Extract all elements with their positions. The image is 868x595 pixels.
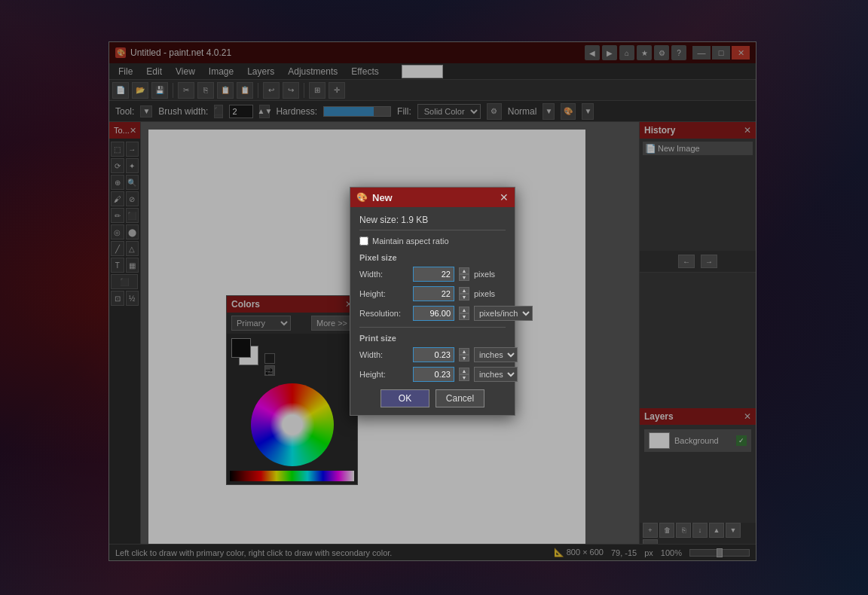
print-width-unit[interactable]: inches cm (474, 347, 518, 362)
print-height-row: Height: ▲ ▼ inches cm (359, 367, 506, 382)
maintain-aspect-label: Maintain aspect ratio (372, 236, 449, 246)
print-height-down[interactable]: ▼ (459, 374, 469, 381)
dialog-close-btn[interactable]: ✕ (500, 192, 509, 203)
dialog-overlay: 🎨 New ✕ New size: 1.9 KB Maintain aspect… (109, 42, 756, 560)
dialog-icon: 🎨 (356, 192, 368, 203)
pixel-width-label: Width: (359, 270, 408, 279)
dialog-ok-button[interactable]: OK (381, 389, 429, 407)
print-height-spinner: ▲ ▼ (459, 368, 469, 381)
pixel-height-row: Height: ▲ ▼ pixels (359, 286, 506, 301)
app-window: 🎨 Untitled - paint.net 4.0.21 ◀ ▶ ⌂ ★ ⚙ … (108, 41, 756, 561)
pixel-height-up[interactable]: ▲ (459, 287, 469, 294)
pixel-height-unit: pixels (474, 289, 495, 298)
resolution-spinner: ▲ ▼ (459, 307, 469, 320)
dialog-buttons: OK Cancel (359, 389, 506, 407)
print-height-unit[interactable]: inches cm (474, 367, 518, 382)
print-width-row: Width: ▲ ▼ inches cm (359, 347, 506, 362)
print-width-spinner: ▲ ▼ (459, 348, 469, 362)
pixel-width-input[interactable] (413, 267, 454, 282)
print-height-up[interactable]: ▲ (459, 368, 469, 374)
dialog-title-left: 🎨 New (356, 192, 393, 203)
pixel-width-up[interactable]: ▲ (459, 267, 469, 274)
resolution-up[interactable]: ▲ (459, 307, 469, 313)
dialog-title-bar: 🎨 New ✕ (350, 188, 515, 207)
print-height-label: Height: (359, 370, 408, 379)
pixel-width-unit: pixels (474, 270, 495, 279)
dialog-separator-1 (359, 327, 506, 328)
resolution-label: Resolution: (359, 309, 408, 318)
resolution-row: Resolution: ▲ ▼ pixels/inch pixels/cm (359, 306, 506, 321)
resolution-input[interactable] (413, 306, 454, 321)
print-size-label: Print size (359, 334, 506, 343)
dialog-cancel-button[interactable]: Cancel (436, 389, 484, 407)
print-width-down[interactable]: ▼ (459, 355, 469, 362)
new-dialog: 🎨 New ✕ New size: 1.9 KB Maintain aspect… (350, 187, 515, 416)
pixel-height-input[interactable] (413, 286, 454, 301)
print-width-label: Width: (359, 350, 408, 359)
pixel-height-spinner: ▲ ▼ (459, 287, 469, 301)
pixel-width-down[interactable]: ▼ (459, 274, 469, 281)
dialog-title-text: New (372, 192, 393, 203)
dialog-size-info: New size: 1.9 KB (359, 215, 506, 230)
pixel-height-label: Height: (359, 289, 408, 298)
print-width-up[interactable]: ▲ (459, 348, 469, 355)
dialog-body: New size: 1.9 KB Maintain aspect ratio P… (350, 207, 515, 415)
resolution-down[interactable]: ▼ (459, 313, 469, 320)
maintain-aspect-checkbox[interactable] (359, 236, 368, 246)
print-height-input[interactable] (413, 367, 454, 382)
print-width-input[interactable] (413, 347, 454, 362)
dialog-aspect-ratio-row: Maintain aspect ratio (359, 236, 506, 246)
pixel-width-row: Width: ▲ ▼ pixels (359, 267, 506, 282)
resolution-unit-select[interactable]: pixels/inch pixels/cm (474, 306, 533, 321)
pixel-height-down[interactable]: ▼ (459, 294, 469, 301)
pixel-width-spinner: ▲ ▼ (459, 267, 469, 281)
pixel-size-label: Pixel size (359, 253, 506, 262)
